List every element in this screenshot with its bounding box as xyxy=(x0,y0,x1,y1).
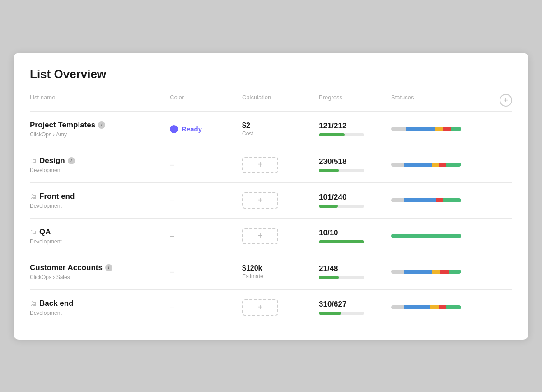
color-col: – xyxy=(170,196,242,205)
list-name-row: 🗂Back end xyxy=(30,299,170,308)
list-name: Project Templates xyxy=(30,121,95,130)
table-row: Customer AccountsiClickOps › Sales–$120k… xyxy=(30,254,512,290)
list-breadcrumb: Development xyxy=(30,167,170,173)
status-bar xyxy=(391,163,461,167)
list-breadcrumb: Development xyxy=(30,238,170,245)
col-add: + xyxy=(494,94,512,107)
color-dash: – xyxy=(170,196,174,205)
color-dash: – xyxy=(170,160,174,169)
list-breadcrumb: ClickOps › Amy xyxy=(30,131,170,138)
progress-numbers: 101/240 xyxy=(319,193,391,202)
add-column-button[interactable]: + xyxy=(500,94,512,107)
list-name: QA xyxy=(39,228,51,237)
status-bar xyxy=(391,127,461,131)
status-segment xyxy=(443,127,452,131)
status-col xyxy=(391,234,494,238)
progress-bar-fill xyxy=(319,133,345,136)
add-calculation-button[interactable]: + xyxy=(242,228,278,244)
list-breadcrumb: Development xyxy=(30,310,170,316)
progress-col: 101/240 xyxy=(319,193,391,208)
info-icon[interactable]: i xyxy=(98,121,105,129)
list-name-col: 🗂QADevelopment xyxy=(30,228,170,245)
progress-bar-container xyxy=(319,169,364,172)
status-bar xyxy=(391,234,461,238)
color-col: – xyxy=(170,267,242,276)
color-col: – xyxy=(170,160,242,169)
progress-bar-container xyxy=(319,133,364,136)
progress-numbers: 121/212 xyxy=(319,121,391,131)
status-segment xyxy=(436,198,443,202)
progress-bar-fill xyxy=(319,240,364,243)
color-dash: – xyxy=(170,267,174,276)
table-row: Project TemplatesiClickOps › AmyReady$2C… xyxy=(30,112,512,147)
list-overview-card: List Overview List name Color Calculatio… xyxy=(14,53,528,340)
color-dash: – xyxy=(170,303,174,312)
list-breadcrumb: ClickOps › Sales xyxy=(30,274,170,280)
color-col: – xyxy=(170,303,242,312)
progress-col: 121/212 xyxy=(319,121,391,136)
progress-numbers: 21/48 xyxy=(319,264,391,273)
calc-col: + xyxy=(242,192,319,209)
folder-icon: 🗂 xyxy=(30,157,37,164)
progress-bar-container xyxy=(319,240,364,243)
status-col xyxy=(391,163,494,167)
add-calculation-button[interactable]: + xyxy=(242,157,278,173)
status-segment xyxy=(404,305,430,309)
list-name: Design xyxy=(39,156,65,165)
list-name: Front end xyxy=(39,192,75,201)
color-label: Ready xyxy=(182,125,202,133)
status-segment xyxy=(404,270,432,274)
col-header-progress: Progress xyxy=(319,94,391,107)
table-row: 🗂Back endDevelopment–+310/627 xyxy=(30,290,512,325)
folder-icon: 🗂 xyxy=(30,228,37,236)
status-segment xyxy=(391,127,406,131)
status-segment xyxy=(404,198,436,202)
add-calculation-button[interactable]: + xyxy=(242,299,278,316)
calc-value: $2 xyxy=(242,121,319,130)
status-segment xyxy=(440,270,449,274)
info-icon[interactable]: i xyxy=(68,157,75,164)
status-segment xyxy=(432,163,439,167)
status-segment xyxy=(404,163,432,167)
status-bar xyxy=(391,198,461,202)
calc-col: + xyxy=(242,157,319,173)
list-name-col: 🗂DesigniDevelopment xyxy=(30,156,170,173)
progress-col: 10/10 xyxy=(319,229,391,243)
list-name-row: 🗂QA xyxy=(30,228,170,237)
color-dash: – xyxy=(170,231,174,241)
status-segment xyxy=(449,270,461,274)
col-header-list-name: List name xyxy=(30,94,170,107)
progress-numbers: 310/627 xyxy=(319,300,391,309)
list-name-col: 🗂Front endDevelopment xyxy=(30,192,170,209)
col-header-calculation: Calculation xyxy=(242,94,319,107)
status-segment xyxy=(439,305,446,309)
calc-col: + xyxy=(242,299,319,316)
progress-col: 310/627 xyxy=(319,300,391,315)
status-segment xyxy=(435,127,443,131)
info-icon[interactable]: i xyxy=(105,264,112,271)
folder-icon: 🗂 xyxy=(30,192,37,200)
color-col: Ready xyxy=(170,125,242,133)
status-segment xyxy=(443,198,461,202)
col-header-statuses: Statuses xyxy=(391,94,494,107)
status-col xyxy=(391,305,494,309)
status-segment xyxy=(432,270,440,274)
progress-bar-container xyxy=(319,312,364,315)
status-col xyxy=(391,198,494,202)
status-segment xyxy=(391,163,404,167)
list-name: Back end xyxy=(39,299,74,308)
status-col xyxy=(391,270,494,274)
col-header-color: Color xyxy=(170,94,242,107)
add-calculation-button[interactable]: + xyxy=(242,192,278,209)
status-segment xyxy=(391,198,404,202)
status-segment xyxy=(391,305,404,309)
folder-icon: 🗂 xyxy=(30,299,37,307)
table-header: List name Color Calculation Progress Sta… xyxy=(30,94,512,112)
color-dot xyxy=(170,125,178,133)
list-name-row: 🗂Designi xyxy=(30,156,170,165)
status-segment xyxy=(391,270,404,274)
progress-bar-container xyxy=(319,276,364,279)
progress-bar-container xyxy=(319,205,364,208)
list-name-col: Project TemplatesiClickOps › Amy xyxy=(30,121,170,138)
list-name-row: 🗂Front end xyxy=(30,192,170,201)
